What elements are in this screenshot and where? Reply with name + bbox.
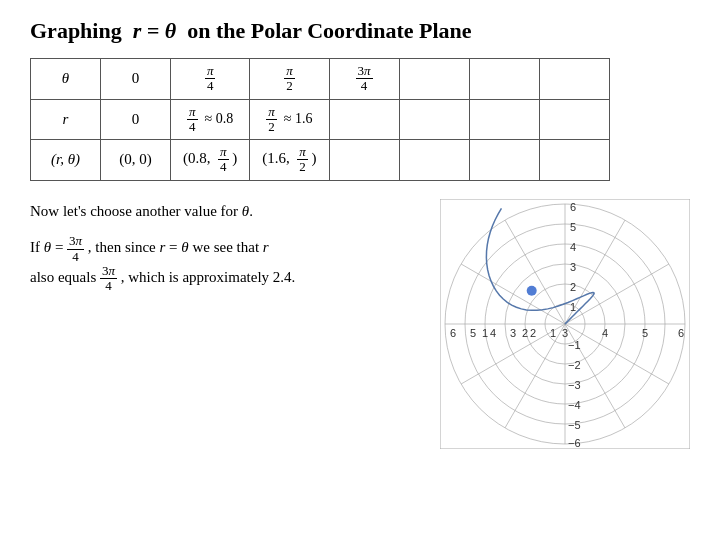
label-3-right: 3: [562, 327, 568, 339]
frac-3pi4-body2: 3π 4: [100, 264, 117, 294]
frac-den: 2: [284, 79, 295, 93]
cell-theta-label: θ: [31, 59, 101, 100]
frac-pi-2: π 2: [284, 64, 295, 94]
title-equation: r = θ: [133, 18, 177, 43]
label-5-right: 5: [642, 327, 648, 339]
label-1-right: 1: [482, 327, 488, 339]
title-graphing: Graphing: [30, 18, 122, 43]
polar-graph-svg: 6 5 4 3 2 1 6 5 4 3 2 1 6 5 4 3: [440, 199, 690, 449]
label-neg6: 6: [450, 327, 456, 339]
frac-den: 2: [297, 160, 308, 174]
frac-inline-pi2: π 2: [266, 105, 277, 135]
label-y4: 4: [570, 241, 576, 253]
frac-3pi-4: 3π 4: [356, 64, 373, 94]
frac-num: π: [187, 105, 198, 120]
frac-den: 4: [187, 120, 198, 134]
frac-inline-pi4: π 4: [187, 105, 198, 135]
cell-theta-0: 0: [101, 59, 171, 100]
cell-empty-5: [469, 99, 539, 140]
frac-num: 3π: [356, 64, 373, 79]
label-y6: 6: [570, 201, 576, 213]
cell-theta-pi4: π 4: [171, 59, 250, 100]
highlighted-point: [527, 285, 537, 295]
if-text: If θ = 3π 4 , then since r = θ we see th…: [30, 234, 420, 293]
label-neg5: 5: [470, 327, 476, 339]
bottom-section: Now let's choose another value for θ. If…: [30, 199, 690, 449]
cell-r-0: 0: [101, 99, 171, 140]
label-2-right: 2: [522, 327, 528, 339]
label-yneg6: −6: [568, 437, 581, 449]
cell-r-empty: [329, 99, 399, 140]
label-yneg4: −4: [568, 399, 581, 411]
frac-den: 4: [70, 250, 81, 264]
cell-empty-1: [399, 59, 469, 100]
label-y2: 2: [570, 281, 576, 293]
table-row-theta: θ 0 π 4 π 2 3π 4: [31, 59, 610, 100]
cell-theta-pi2: π 2: [250, 59, 329, 100]
frac-den: 4: [205, 79, 216, 93]
frac-pair-pi4: π 4: [218, 145, 229, 175]
label-yneg5: −5: [568, 419, 581, 431]
cell-theta-3pi4: 3π 4: [329, 59, 399, 100]
label-6-right: 6: [678, 327, 684, 339]
label-y3: 3: [570, 261, 576, 273]
title-suffix: on the Polar Coordinate Plane: [187, 18, 471, 43]
cell-empty-6: [539, 99, 609, 140]
label-y5: 5: [570, 221, 576, 233]
frac-num: 3π: [67, 234, 84, 249]
cell-r-label: r: [31, 99, 101, 140]
frac-num: π: [284, 64, 295, 79]
cell-empty-8: [469, 140, 539, 181]
frac-den: 4: [359, 79, 370, 93]
page: Graphing r = θ on the Polar Coordinate P…: [0, 0, 720, 467]
polar-table: θ 0 π 4 π 2 3π 4: [30, 58, 610, 181]
cell-pair-pi4: (0.8, π 4 ): [171, 140, 250, 181]
pair-pi4: (0.8, π 4 ): [183, 150, 237, 166]
cell-pair-empty: [329, 140, 399, 181]
pair-pi2: (1.6, π 2 ): [262, 150, 316, 166]
approx-2-4: , which is approximately 2.4.: [121, 269, 296, 285]
cell-empty-9: [539, 140, 609, 181]
page-title: Graphing r = θ on the Polar Coordinate P…: [30, 18, 690, 44]
cell-pair-pi2: (1.6, π 2 ): [250, 140, 329, 181]
label-neg3: 3: [510, 327, 516, 339]
now-text: Now let's choose another value for θ.: [30, 199, 420, 225]
frac-num: π: [218, 145, 229, 160]
also-equals: also equals: [30, 269, 100, 285]
label-4-right: 4: [602, 327, 608, 339]
cell-pair-label: (r, θ): [31, 140, 101, 181]
graph-container: 6 5 4 3 2 1 6 5 4 3 2 1 6 5 4 3: [440, 199, 690, 449]
approx-pi4: π 4 ≈ 0.8: [187, 111, 233, 126]
frac-num: π: [297, 145, 308, 160]
cell-r-pi4: π 4 ≈ 0.8: [171, 99, 250, 140]
text-side: Now let's choose another value for θ. If…: [30, 199, 420, 294]
label-neg2: 2: [530, 327, 536, 339]
label-yneg2: −2: [568, 359, 581, 371]
table-row-r: r 0 π 4 ≈ 0.8 π 2 ≈ 1.6: [31, 99, 610, 140]
cell-r-pi2: π 2 ≈ 1.6: [250, 99, 329, 140]
cell-empty-7: [399, 140, 469, 181]
cell-pair-00: (0, 0): [101, 140, 171, 181]
frac-den: 4: [103, 279, 114, 293]
cell-empty-4: [399, 99, 469, 140]
if-label: If θ =: [30, 240, 67, 256]
cell-empty-3: [539, 59, 609, 100]
if-then: , then since r = θ we see that r: [88, 240, 269, 256]
frac-num: 3π: [100, 264, 117, 279]
label-neg1: 1: [550, 327, 556, 339]
label-yneg1: −1: [568, 339, 581, 351]
frac-den: 4: [218, 160, 229, 174]
frac-pi-4: π 4: [205, 64, 216, 94]
label-yneg3: −3: [568, 379, 581, 391]
table-row-pairs: (r, θ) (0, 0) (0.8, π 4 ) (1.6, π: [31, 140, 610, 181]
label-neg4: 4: [490, 327, 496, 339]
cell-empty-2: [469, 59, 539, 100]
frac-den: 2: [266, 120, 277, 134]
label-y1: 1: [570, 301, 576, 313]
approx-pi2: π 2 ≈ 1.6: [266, 111, 312, 126]
frac-3pi4-body: 3π 4: [67, 234, 84, 264]
frac-num: π: [266, 105, 277, 120]
frac-num: π: [205, 64, 216, 79]
frac-pair-pi2: π 2: [297, 145, 308, 175]
